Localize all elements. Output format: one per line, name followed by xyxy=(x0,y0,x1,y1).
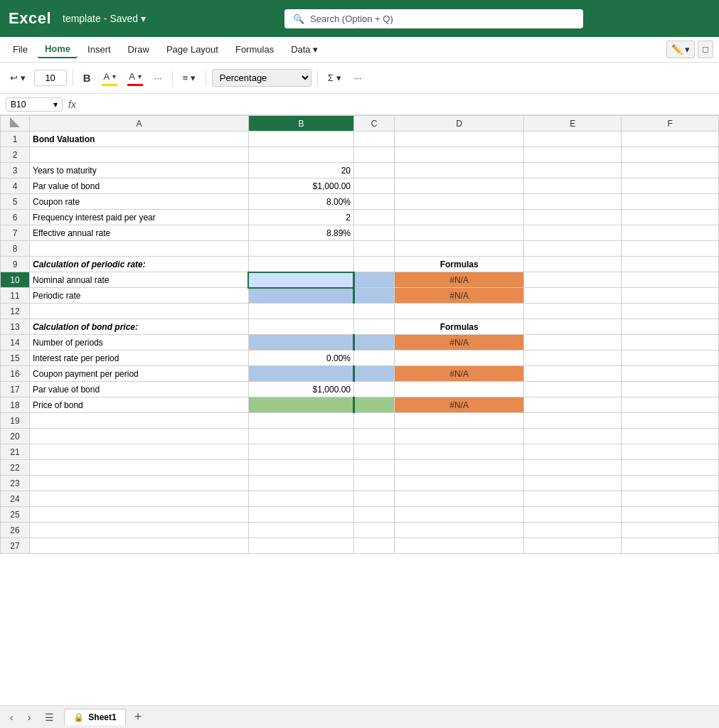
cell-F3[interactable] xyxy=(622,163,719,178)
cell-A18[interactable]: Price of bond xyxy=(30,397,249,413)
cell-F8[interactable] xyxy=(622,241,719,257)
cell-F6[interactable] xyxy=(622,210,719,225)
cell-B7[interactable]: 8.89% xyxy=(248,225,353,241)
cell-E6[interactable] xyxy=(524,210,622,225)
cell-C12[interactable] xyxy=(354,304,395,319)
cell-A7[interactable]: Effective annual rate xyxy=(30,225,249,241)
cell-D10[interactable]: #N/A xyxy=(394,272,523,288)
cell-F1[interactable] xyxy=(622,132,719,147)
menu-draw[interactable]: Draw xyxy=(121,41,156,58)
cell-B1[interactable] xyxy=(248,132,353,147)
cell-D16[interactable]: #N/A xyxy=(394,366,523,382)
cell-D3[interactable] xyxy=(394,163,523,178)
cell-D17[interactable] xyxy=(394,382,523,397)
highlight-chevron[interactable]: ▾ xyxy=(112,73,116,80)
cell-E8[interactable] xyxy=(524,241,622,257)
col-header-C[interactable]: C xyxy=(354,116,395,132)
cell-B8[interactable] xyxy=(248,241,353,257)
cell-D2[interactable] xyxy=(394,147,523,163)
col-header-B[interactable]: B xyxy=(248,116,353,132)
cell-E10[interactable] xyxy=(524,272,622,288)
cell-A2[interactable] xyxy=(30,147,249,163)
cell-E5[interactable] xyxy=(524,194,622,210)
cell-B13[interactable] xyxy=(248,319,353,335)
number-format-dropdown[interactable]: Percentage General Number Currency Date xyxy=(212,69,311,87)
cell-D15[interactable] xyxy=(394,350,523,366)
cell-C16[interactable] xyxy=(354,366,395,382)
cell-E2[interactable] xyxy=(524,147,622,163)
cell-C9[interactable] xyxy=(354,257,395,272)
cell-B5[interactable]: 8.00% xyxy=(248,194,353,210)
more-toolbar-btn[interactable]: ··· xyxy=(350,70,366,86)
cell-F7[interactable] xyxy=(622,225,719,241)
cell-D9[interactable]: Formulas xyxy=(394,257,523,272)
cell-F13[interactable] xyxy=(622,319,719,335)
cell-D8[interactable] xyxy=(394,241,523,257)
cell-B17[interactable]: $1,000.00 xyxy=(248,382,353,397)
cell-E15[interactable] xyxy=(524,350,622,366)
menu-data[interactable]: Data ▾ xyxy=(284,41,325,58)
cell-E12[interactable] xyxy=(524,304,622,319)
cell-B18[interactable] xyxy=(248,397,353,413)
cell-F10[interactable] xyxy=(622,272,719,288)
menu-home[interactable]: Home xyxy=(38,41,78,58)
sum-btn[interactable]: Σ ▾ xyxy=(324,70,346,86)
cell-C14[interactable] xyxy=(354,335,395,350)
cell-D13[interactable]: Formulas xyxy=(394,319,523,335)
cell-C4[interactable] xyxy=(354,178,395,194)
cell-F18[interactable] xyxy=(622,397,719,413)
cell-A3[interactable]: Years to maturity xyxy=(30,163,249,178)
cell-B16[interactable] xyxy=(248,366,353,382)
cell-B9[interactable] xyxy=(248,257,353,272)
cell-C7[interactable] xyxy=(354,225,395,241)
cell-D14[interactable]: #N/A xyxy=(394,335,523,350)
cell-A12[interactable] xyxy=(30,304,249,319)
col-header-E[interactable]: E xyxy=(524,116,622,132)
font-size-input[interactable] xyxy=(34,70,67,86)
cell-C17[interactable] xyxy=(354,382,395,397)
cell-E16[interactable] xyxy=(524,366,622,382)
bold-btn[interactable]: B xyxy=(79,69,95,87)
cell-C3[interactable] xyxy=(354,163,395,178)
cell-C5[interactable] xyxy=(354,194,395,210)
cell-A16[interactable]: Coupon payment per period xyxy=(30,366,249,382)
cell-F2[interactable] xyxy=(622,147,719,163)
cell-D18[interactable]: #N/A xyxy=(394,397,523,413)
cell-B2[interactable] xyxy=(248,147,353,163)
cell-D7[interactable] xyxy=(394,225,523,241)
col-header-F[interactable]: F xyxy=(622,116,719,132)
cell-D4[interactable] xyxy=(394,178,523,194)
cell-E1[interactable] xyxy=(524,132,622,147)
cell-A14[interactable]: Number of periods xyxy=(30,335,249,350)
cell-B11[interactable] xyxy=(248,288,353,304)
cell-E13[interactable] xyxy=(524,319,622,335)
cell-D5[interactable] xyxy=(394,194,523,210)
cell-B10[interactable] xyxy=(248,272,353,288)
cell-A17[interactable]: Par value of bond xyxy=(30,382,249,397)
cell-C10[interactable] xyxy=(354,272,395,288)
cell-A13[interactable]: Calculation of bond price: xyxy=(30,319,249,335)
cell-A4[interactable]: Par value of bond xyxy=(30,178,249,194)
cell-E3[interactable] xyxy=(524,163,622,178)
cell-A1[interactable]: Bond Valuation xyxy=(30,132,249,147)
cell-C6[interactable] xyxy=(354,210,395,225)
menu-insert[interactable]: Insert xyxy=(80,41,118,58)
cell-C11[interactable] xyxy=(354,288,395,304)
edit-icon-btn[interactable]: ✏️ ▾ xyxy=(666,41,696,58)
cell-C13[interactable] xyxy=(354,319,395,335)
cell-B4[interactable]: $1,000.00 xyxy=(248,178,353,194)
cell-E14[interactable] xyxy=(524,335,622,350)
menu-file[interactable]: File xyxy=(6,41,35,58)
cell-B14[interactable] xyxy=(248,335,353,350)
cell-A8[interactable] xyxy=(30,241,249,257)
cell-A6[interactable]: Frequency interest paid per year xyxy=(30,210,249,225)
cell-C1[interactable] xyxy=(354,132,395,147)
cell-F15[interactable] xyxy=(622,350,719,366)
highlight-btn[interactable]: A ▾ xyxy=(99,68,120,87)
cell-A9[interactable]: Calculation of periodic rate: xyxy=(30,257,249,272)
cell-E4[interactable] xyxy=(524,178,622,194)
cell-E7[interactable] xyxy=(524,225,622,241)
font-color-btn[interactable]: A ▾ xyxy=(124,68,146,87)
cell-F16[interactable] xyxy=(622,366,719,382)
col-header-A[interactable]: A xyxy=(30,116,249,132)
